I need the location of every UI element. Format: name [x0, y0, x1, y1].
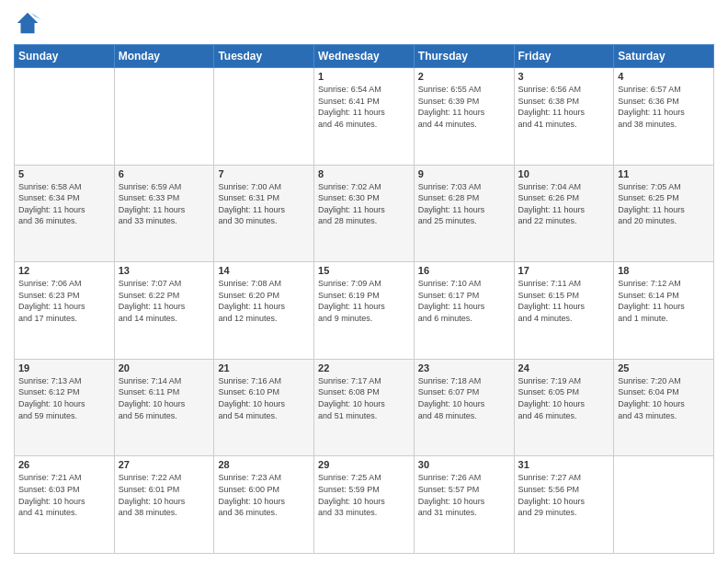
- day-info: Sunrise: 7:10 AM Sunset: 6:17 PM Dayligh…: [418, 278, 510, 324]
- day-number: 5: [18, 168, 110, 179]
- day-number: 27: [119, 459, 210, 470]
- day-number: 15: [318, 265, 410, 276]
- day-info: Sunrise: 7:11 AM Sunset: 6:15 PM Dayligh…: [518, 278, 610, 324]
- calendar-day-cell: 5Sunrise: 6:58 AM Sunset: 6:34 PM Daylig…: [15, 165, 115, 262]
- day-info: Sunrise: 6:58 AM Sunset: 6:34 PM Dayligh…: [18, 181, 110, 227]
- day-info: Sunrise: 7:12 AM Sunset: 6:14 PM Dayligh…: [618, 278, 710, 324]
- calendar-day-cell: 20Sunrise: 7:14 AM Sunset: 6:11 PM Dayli…: [114, 359, 214, 456]
- day-info: Sunrise: 7:26 AM Sunset: 5:57 PM Dayligh…: [418, 472, 510, 518]
- calendar-day-cell: 2Sunrise: 6:55 AM Sunset: 6:39 PM Daylig…: [414, 68, 514, 166]
- calendar-day-cell: 17Sunrise: 7:11 AM Sunset: 6:15 PM Dayli…: [514, 262, 614, 360]
- calendar-day-cell: 30Sunrise: 7:26 AM Sunset: 5:57 PM Dayli…: [414, 456, 514, 554]
- calendar-day-cell: 4Sunrise: 6:57 AM Sunset: 6:36 PM Daylig…: [614, 68, 714, 166]
- day-info: Sunrise: 7:06 AM Sunset: 6:23 PM Dayligh…: [18, 278, 110, 324]
- day-number: 4: [618, 71, 710, 82]
- calendar-day-cell: 14Sunrise: 7:08 AM Sunset: 6:20 PM Dayli…: [214, 262, 314, 360]
- calendar-week-row: 19Sunrise: 7:13 AM Sunset: 6:12 PM Dayli…: [15, 359, 714, 456]
- day-number: 6: [119, 168, 210, 179]
- day-info: Sunrise: 7:03 AM Sunset: 6:28 PM Dayligh…: [418, 181, 510, 227]
- day-info: Sunrise: 7:23 AM Sunset: 6:00 PM Dayligh…: [218, 472, 310, 518]
- day-number: 18: [618, 265, 710, 276]
- day-number: 17: [518, 265, 610, 276]
- day-info: Sunrise: 7:04 AM Sunset: 6:26 PM Dayligh…: [518, 181, 610, 227]
- calendar-day-cell: 21Sunrise: 7:16 AM Sunset: 6:10 PM Dayli…: [214, 359, 314, 456]
- day-number: 1: [318, 71, 410, 82]
- calendar-day-cell: 10Sunrise: 7:04 AM Sunset: 6:26 PM Dayli…: [514, 165, 614, 262]
- calendar-day-cell: 12Sunrise: 7:06 AM Sunset: 6:23 PM Dayli…: [15, 262, 115, 360]
- day-info: Sunrise: 7:08 AM Sunset: 6:20 PM Dayligh…: [218, 278, 310, 324]
- calendar-day-cell: 29Sunrise: 7:25 AM Sunset: 5:59 PM Dayli…: [314, 456, 415, 554]
- day-info: Sunrise: 7:20 AM Sunset: 6:04 PM Dayligh…: [618, 375, 710, 421]
- weekday-header-saturday: Saturday: [614, 45, 714, 68]
- day-info: Sunrise: 6:56 AM Sunset: 6:38 PM Dayligh…: [518, 84, 610, 130]
- day-number: 19: [18, 362, 110, 373]
- calendar-day-cell: [15, 68, 115, 166]
- day-info: Sunrise: 7:05 AM Sunset: 6:25 PM Dayligh…: [618, 181, 710, 227]
- calendar-day-cell: [214, 68, 314, 166]
- day-number: 28: [218, 459, 310, 470]
- day-info: Sunrise: 7:16 AM Sunset: 6:10 PM Dayligh…: [218, 375, 310, 421]
- day-number: 12: [18, 265, 110, 276]
- day-info: Sunrise: 6:59 AM Sunset: 6:33 PM Dayligh…: [119, 181, 210, 227]
- calendar-week-row: 12Sunrise: 7:06 AM Sunset: 6:23 PM Dayli…: [15, 262, 714, 360]
- calendar-week-row: 26Sunrise: 7:21 AM Sunset: 6:03 PM Dayli…: [15, 456, 714, 554]
- day-info: Sunrise: 7:21 AM Sunset: 6:03 PM Dayligh…: [18, 472, 110, 518]
- calendar-day-cell: 19Sunrise: 7:13 AM Sunset: 6:12 PM Dayli…: [15, 359, 115, 456]
- day-number: 14: [218, 265, 310, 276]
- calendar-day-cell: 23Sunrise: 7:18 AM Sunset: 6:07 PM Dayli…: [414, 359, 514, 456]
- weekday-header-friday: Friday: [514, 45, 614, 68]
- day-number: 16: [418, 265, 510, 276]
- calendar-day-cell: 9Sunrise: 7:03 AM Sunset: 6:28 PM Daylig…: [414, 165, 514, 262]
- calendar-table: SundayMondayTuesdayWednesdayThursdayFrid…: [14, 44, 714, 554]
- calendar-day-cell: 24Sunrise: 7:19 AM Sunset: 6:05 PM Dayli…: [514, 359, 614, 456]
- day-number: 2: [418, 71, 510, 82]
- calendar-day-cell: 22Sunrise: 7:17 AM Sunset: 6:08 PM Dayli…: [314, 359, 415, 456]
- calendar-day-cell: 18Sunrise: 7:12 AM Sunset: 6:14 PM Dayli…: [614, 262, 714, 360]
- day-number: 22: [318, 362, 410, 373]
- day-info: Sunrise: 6:55 AM Sunset: 6:39 PM Dayligh…: [418, 84, 510, 130]
- day-number: 21: [218, 362, 310, 373]
- day-info: Sunrise: 7:17 AM Sunset: 6:08 PM Dayligh…: [318, 375, 410, 421]
- day-number: 3: [518, 71, 610, 82]
- calendar-day-cell: 31Sunrise: 7:27 AM Sunset: 5:56 PM Dayli…: [514, 456, 614, 554]
- day-number: 29: [318, 459, 410, 470]
- day-info: Sunrise: 7:18 AM Sunset: 6:07 PM Dayligh…: [418, 375, 510, 421]
- day-info: Sunrise: 7:22 AM Sunset: 6:01 PM Dayligh…: [119, 472, 210, 518]
- calendar-day-cell: 16Sunrise: 7:10 AM Sunset: 6:17 PM Dayli…: [414, 262, 514, 360]
- calendar-day-cell: 3Sunrise: 6:56 AM Sunset: 6:38 PM Daylig…: [514, 68, 614, 166]
- day-info: Sunrise: 7:14 AM Sunset: 6:11 PM Dayligh…: [119, 375, 210, 421]
- calendar-day-cell: 15Sunrise: 7:09 AM Sunset: 6:19 PM Dayli…: [314, 262, 415, 360]
- weekday-header-thursday: Thursday: [414, 45, 514, 68]
- day-info: Sunrise: 7:09 AM Sunset: 6:19 PM Dayligh…: [318, 278, 410, 324]
- calendar-day-cell: 7Sunrise: 7:00 AM Sunset: 6:31 PM Daylig…: [214, 165, 314, 262]
- day-number: 20: [119, 362, 210, 373]
- day-number: 13: [119, 265, 210, 276]
- day-number: 31: [518, 459, 610, 470]
- day-info: Sunrise: 6:54 AM Sunset: 6:41 PM Dayligh…: [318, 84, 410, 130]
- day-number: 9: [418, 168, 510, 179]
- calendar-day-cell: 11Sunrise: 7:05 AM Sunset: 6:25 PM Dayli…: [614, 165, 714, 262]
- calendar-day-cell: 25Sunrise: 7:20 AM Sunset: 6:04 PM Dayli…: [614, 359, 714, 456]
- calendar-day-cell: 6Sunrise: 6:59 AM Sunset: 6:33 PM Daylig…: [114, 165, 214, 262]
- logo-icon: [14, 9, 41, 37]
- day-number: 30: [418, 459, 510, 470]
- calendar-day-cell: 26Sunrise: 7:21 AM Sunset: 6:03 PM Dayli…: [15, 456, 115, 554]
- day-number: 26: [18, 459, 110, 470]
- calendar-week-row: 1Sunrise: 6:54 AM Sunset: 6:41 PM Daylig…: [15, 68, 714, 166]
- day-number: 7: [218, 168, 310, 179]
- calendar-day-cell: [114, 68, 214, 166]
- day-number: 24: [518, 362, 610, 373]
- day-info: Sunrise: 7:19 AM Sunset: 6:05 PM Dayligh…: [518, 375, 610, 421]
- calendar-day-cell: 28Sunrise: 7:23 AM Sunset: 6:00 PM Dayli…: [214, 456, 314, 554]
- calendar-day-cell: [614, 456, 714, 554]
- day-info: Sunrise: 7:02 AM Sunset: 6:30 PM Dayligh…: [318, 181, 410, 227]
- day-info: Sunrise: 7:27 AM Sunset: 5:56 PM Dayligh…: [518, 472, 610, 518]
- calendar-week-row: 5Sunrise: 6:58 AM Sunset: 6:34 PM Daylig…: [15, 165, 714, 262]
- weekday-header-sunday: Sunday: [15, 45, 115, 68]
- day-number: 25: [618, 362, 710, 373]
- weekday-header-row: SundayMondayTuesdayWednesdayThursdayFrid…: [15, 45, 714, 68]
- day-info: Sunrise: 6:57 AM Sunset: 6:36 PM Dayligh…: [618, 84, 710, 130]
- day-number: 23: [418, 362, 510, 373]
- calendar-day-cell: 13Sunrise: 7:07 AM Sunset: 6:22 PM Dayli…: [114, 262, 214, 360]
- day-info: Sunrise: 7:13 AM Sunset: 6:12 PM Dayligh…: [18, 375, 110, 421]
